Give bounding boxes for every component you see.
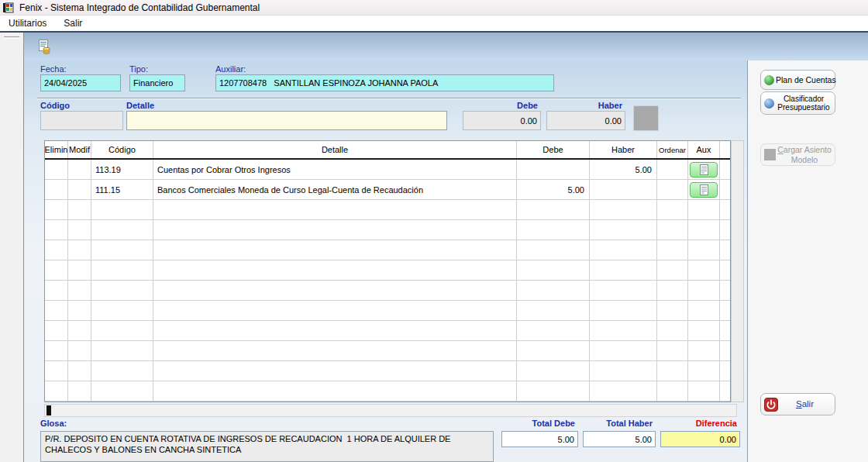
cell-spacer	[720, 381, 730, 401]
glosa-textarea[interactable]: P/R. DEPOSITO EN CUENTA ROTATIVA DE INGR…	[40, 431, 494, 462]
cell-detalle	[153, 301, 517, 320]
cell-debe	[517, 260, 590, 280]
cell-codigo	[91, 321, 153, 340]
panel-grip[interactable]	[4, 36, 19, 39]
plan-de-cuentas-button[interactable]: Plan de Cuentas	[760, 70, 835, 90]
menu-utilitarios[interactable]: Utilitarios	[0, 16, 55, 31]
codigo-input[interactable]	[40, 111, 123, 130]
cell-detalle	[153, 381, 517, 401]
aux-button[interactable]	[690, 162, 718, 178]
cell-modif	[68, 301, 91, 320]
cell-modif	[68, 361, 91, 381]
cell-codigo	[91, 381, 153, 401]
cell-debe	[517, 160, 590, 179]
cell-codigo	[91, 220, 153, 240]
fecha-input[interactable]: 24/04/2025	[40, 74, 121, 91]
cell-ordenar	[657, 281, 688, 300]
cell-aux	[688, 341, 720, 360]
cell-elimin	[45, 321, 68, 340]
cell-aux	[688, 281, 720, 300]
cell-modif	[68, 160, 91, 179]
cell-elimin	[45, 160, 68, 179]
app-icon	[2, 2, 15, 14]
cell-spacer	[720, 341, 730, 360]
cell-haber	[590, 341, 657, 360]
menubar: Utilitarios Salir	[0, 16, 868, 31]
cell-debe	[517, 321, 590, 340]
cell-codigo: 113.19	[91, 160, 153, 179]
cell-elimin	[45, 361, 68, 381]
cell-elimin	[45, 200, 68, 219]
table-horizontal-scrollbar[interactable]	[44, 404, 737, 417]
table-row	[45, 200, 730, 220]
detalle-input[interactable]	[126, 111, 447, 130]
fecha-label: Fecha:	[40, 64, 67, 74]
tipo-input[interactable]: Financiero	[129, 74, 185, 91]
table-vertical-scrollbar[interactable]	[731, 140, 744, 402]
cell-ordenar	[657, 381, 688, 401]
cell-modif	[68, 341, 91, 360]
salir-button[interactable]: Salir	[760, 393, 835, 415]
cell-codigo	[91, 341, 153, 360]
col-header-haber: Haber	[590, 141, 657, 158]
clasificador-presupuestario-button[interactable]: Clasificador Presupuestario	[760, 91, 835, 115]
col-header-aux: Aux	[688, 141, 720, 158]
col-header-elimin: Elimin	[45, 141, 68, 158]
cell-codigo	[91, 281, 153, 300]
cell-modif	[68, 321, 91, 340]
cell-aux	[688, 381, 720, 401]
cell-spacer	[720, 321, 730, 340]
codigo-label: Código	[40, 101, 70, 110]
cell-haber	[590, 361, 657, 381]
total-haber-label: Total Haber	[583, 419, 653, 428]
col-header-spacer	[720, 141, 730, 158]
col-header-detalle: Detalle	[153, 141, 517, 158]
cell-debe	[517, 381, 590, 401]
blue-sphere-icon	[764, 98, 774, 109]
cell-aux	[688, 160, 720, 179]
cell-haber	[590, 260, 657, 280]
cell-debe	[517, 240, 590, 260]
cell-spacer	[720, 240, 730, 260]
cell-haber	[590, 180, 657, 199]
cargar-asiento-modelo-button[interactable]: Cargar Asiento Modelo	[760, 143, 835, 166]
cell-aux	[688, 200, 720, 219]
cell-detalle	[153, 321, 517, 340]
cell-ordenar	[657, 321, 688, 340]
cell-debe	[517, 200, 590, 219]
aux-button[interactable]	[690, 182, 718, 198]
cell-aux	[688, 180, 720, 199]
cell-elimin	[45, 301, 68, 320]
cell-codigo	[91, 361, 153, 381]
total-debe-value: 5.00	[501, 431, 578, 447]
cell-haber	[590, 301, 657, 320]
cell-aux	[688, 361, 720, 381]
cell-haber	[590, 200, 657, 219]
diferencia-label: Diferencia	[660, 419, 737, 428]
add-entry-button[interactable]	[633, 105, 659, 131]
cell-spacer	[720, 301, 730, 320]
cell-elimin	[45, 260, 68, 280]
cell-haber	[590, 321, 657, 340]
glosa-label: Glosa:	[40, 419, 67, 428]
cell-ordenar	[657, 341, 688, 360]
cell-ordenar	[657, 240, 688, 260]
cell-haber	[590, 381, 657, 401]
titlebar: Fenix - Sistema Integrado de Contabilida…	[0, 0, 868, 16]
new-entry-button[interactable]	[34, 36, 54, 57]
cell-debe	[517, 301, 590, 320]
cell-elimin	[45, 220, 68, 240]
cell-debe	[517, 281, 590, 300]
cell-detalle	[153, 281, 517, 300]
menu-salir[interactable]: Salir	[55, 16, 91, 31]
detalle-label: Detalle	[126, 101, 154, 110]
auxiliar-input[interactable]: 1207708478 SANTILLAN ESPINOZA JOHANNA PA…	[215, 74, 554, 91]
cell-ordenar	[657, 160, 688, 179]
cell-detalle	[153, 260, 517, 280]
scrollbar-thumb[interactable]	[46, 405, 51, 415]
cell-detalle	[153, 200, 517, 219]
col-header-codigo: Código	[91, 141, 153, 158]
cell-spacer	[720, 281, 730, 300]
cell-codigo	[91, 301, 153, 320]
cell-modif	[68, 180, 91, 199]
